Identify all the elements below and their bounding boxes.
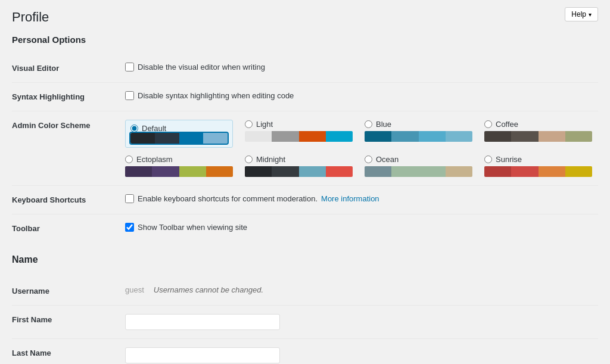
color-scheme-midnight-name: Midnight — [256, 155, 285, 164]
syntax-highlighting-checkbox[interactable] — [125, 91, 134, 100]
username-row: Username guest Usernames cannot be chang… — [12, 277, 598, 306]
color-scheme-ocean[interactable]: Ocean — [365, 155, 472, 177]
color-scheme-default[interactable]: Default — [125, 120, 233, 148]
color-scheme-default-name: Default — [142, 124, 166, 133]
color-scheme-grid: DefaultLightBlueCoffeeEctoplasmMidnightO… — [125, 120, 592, 177]
color-scheme-default-swatches — [130, 133, 228, 144]
color-scheme-coffee-swatch-1 — [511, 131, 538, 142]
color-scheme-ocean-swatch-1 — [391, 166, 418, 177]
color-scheme-coffee-swatches — [484, 131, 592, 142]
color-scheme-midnight-swatch-0 — [245, 166, 272, 177]
keyboard-shortcuts-row: Keyboard Shortcuts Enable keyboard short… — [12, 186, 598, 214]
color-scheme-blue-radio[interactable] — [365, 120, 372, 128]
color-scheme-coffee-swatch-3 — [565, 131, 592, 142]
toolbar-checkbox[interactable] — [125, 223, 134, 232]
username-label: Username — [12, 277, 119, 306]
color-scheme-ocean-swatch-2 — [419, 166, 446, 177]
help-label: Help — [571, 10, 586, 18]
color-scheme-midnight-label[interactable]: Midnight — [245, 155, 353, 164]
keyboard-shortcuts-checkbox[interactable] — [125, 194, 134, 203]
color-scheme-blue[interactable]: Blue — [365, 120, 472, 148]
color-scheme-light-name: Light — [256, 120, 273, 129]
username-cell: guest Usernames cannot be changed. — [119, 277, 598, 306]
page-wrapper: Help ▾ Profile Personal Options Visual E… — [0, 0, 610, 364]
first-name-input[interactable] — [125, 314, 280, 330]
color-scheme-blue-swatch-1 — [391, 131, 418, 142]
color-scheme-ectoplasm-name: Ectoplasm — [136, 155, 173, 164]
color-scheme-ectoplasm-swatches — [125, 166, 233, 177]
admin-color-scheme-label: Admin Color Scheme — [12, 111, 119, 186]
name-section-heading: Name — [12, 254, 598, 270]
color-scheme-sunrise-label[interactable]: Sunrise — [484, 155, 592, 164]
color-scheme-coffee-label[interactable]: Coffee — [484, 120, 592, 129]
color-scheme-ocean-radio[interactable] — [365, 155, 372, 163]
color-scheme-coffee-name: Coffee — [496, 120, 518, 129]
personal-options-heading: Personal Options — [12, 35, 598, 49]
color-scheme-ocean-label[interactable]: Ocean — [365, 155, 472, 164]
color-scheme-coffee-swatch-0 — [484, 131, 511, 142]
color-scheme-midnight-swatch-2 — [299, 166, 326, 177]
admin-color-scheme-cell: DefaultLightBlueCoffeeEctoplasmMidnightO… — [119, 111, 598, 186]
toolbar-label: Toolbar — [12, 214, 119, 243]
visual-editor-checkbox-text: Disable the visual editor when writing — [138, 63, 265, 71]
color-scheme-light-label[interactable]: Light — [245, 120, 353, 129]
color-scheme-light-swatches — [245, 131, 353, 142]
color-scheme-sunrise[interactable]: Sunrise — [484, 155, 592, 177]
color-scheme-coffee[interactable]: Coffee — [484, 120, 592, 148]
syntax-highlighting-cell: Disable syntax highlighting when editing… — [119, 83, 598, 111]
last-name-input[interactable] — [125, 347, 280, 363]
color-scheme-default-radio[interactable] — [130, 125, 138, 132]
color-scheme-ectoplasm-swatch-1 — [152, 166, 179, 177]
visual-editor-checkbox[interactable] — [125, 63, 134, 71]
chevron-down-icon: ▾ — [589, 11, 592, 18]
syntax-highlighting-row: Syntax Highlighting Disable syntax highl… — [12, 83, 598, 111]
color-scheme-midnight[interactable]: Midnight — [245, 155, 353, 177]
visual-editor-checkbox-label[interactable]: Disable the visual editor when writing — [125, 63, 592, 71]
toolbar-checkbox-label[interactable]: Show Toolbar when viewing site — [125, 223, 592, 232]
visual-editor-label: Visual Editor — [12, 54, 119, 83]
keyboard-shortcuts-checkbox-label[interactable]: Enable keyboard shortcuts for comment mo… — [125, 194, 592, 203]
help-button[interactable]: Help ▾ — [565, 7, 598, 21]
keyboard-shortcuts-checkbox-text: Enable keyboard shortcuts for comment mo… — [138, 194, 318, 203]
color-scheme-ectoplasm-label[interactable]: Ectoplasm — [125, 155, 233, 164]
toolbar-row: Toolbar Show Toolbar when viewing site — [12, 214, 598, 243]
color-scheme-sunrise-radio[interactable] — [484, 155, 492, 163]
first-name-label: First Name — [12, 306, 119, 339]
admin-color-scheme-row: Admin Color Scheme DefaultLightBlueCoffe… — [12, 111, 598, 186]
color-scheme-ocean-swatch-0 — [365, 166, 391, 177]
last-name-cell — [119, 339, 598, 365]
color-scheme-light-swatch-1 — [272, 131, 298, 142]
visual-editor-cell: Disable the visual editor when writing — [119, 54, 598, 83]
syntax-highlighting-checkbox-text: Disable syntax highlighting when editing… — [138, 91, 294, 100]
toolbar-cell: Show Toolbar when viewing site — [119, 214, 598, 243]
visual-editor-row: Visual Editor Disable the visual editor … — [12, 54, 598, 83]
color-scheme-sunrise-swatch-0 — [484, 166, 511, 177]
name-table: Username guest Usernames cannot be chang… — [12, 277, 598, 364]
color-scheme-midnight-radio[interactable] — [245, 155, 253, 163]
syntax-highlighting-checkbox-label[interactable]: Disable syntax highlighting when editing… — [125, 91, 592, 100]
keyboard-shortcuts-cell: Enable keyboard shortcuts for comment mo… — [119, 186, 598, 214]
color-scheme-light-radio[interactable] — [245, 120, 253, 128]
color-scheme-default-label[interactable]: Default — [130, 124, 228, 133]
color-scheme-ectoplasm[interactable]: Ectoplasm — [125, 155, 233, 177]
color-scheme-coffee-radio[interactable] — [484, 120, 492, 128]
color-scheme-coffee-swatch-2 — [539, 131, 565, 142]
color-scheme-sunrise-swatch-3 — [565, 166, 592, 177]
color-scheme-ocean-swatches — [365, 166, 472, 177]
color-scheme-blue-swatch-3 — [446, 131, 472, 142]
color-scheme-default-swatch-2 — [179, 133, 204, 144]
color-scheme-blue-label[interactable]: Blue — [365, 120, 472, 129]
color-scheme-sunrise-swatches — [484, 166, 592, 177]
username-note: Usernames cannot be changed. — [154, 285, 263, 294]
keyboard-shortcuts-more-info-link[interactable]: More information — [321, 194, 379, 203]
keyboard-shortcuts-label: Keyboard Shortcuts — [12, 186, 119, 214]
color-scheme-blue-swatches — [365, 131, 472, 142]
color-scheme-midnight-swatches — [245, 166, 353, 177]
color-scheme-light[interactable]: Light — [245, 120, 353, 148]
color-scheme-blue-swatch-2 — [419, 131, 446, 142]
color-scheme-ectoplasm-radio[interactable] — [125, 155, 133, 163]
color-scheme-ocean-name: Ocean — [376, 155, 399, 164]
color-scheme-sunrise-swatch-1 — [511, 166, 538, 177]
color-scheme-blue-name: Blue — [376, 120, 391, 129]
first-name-cell — [119, 306, 598, 339]
